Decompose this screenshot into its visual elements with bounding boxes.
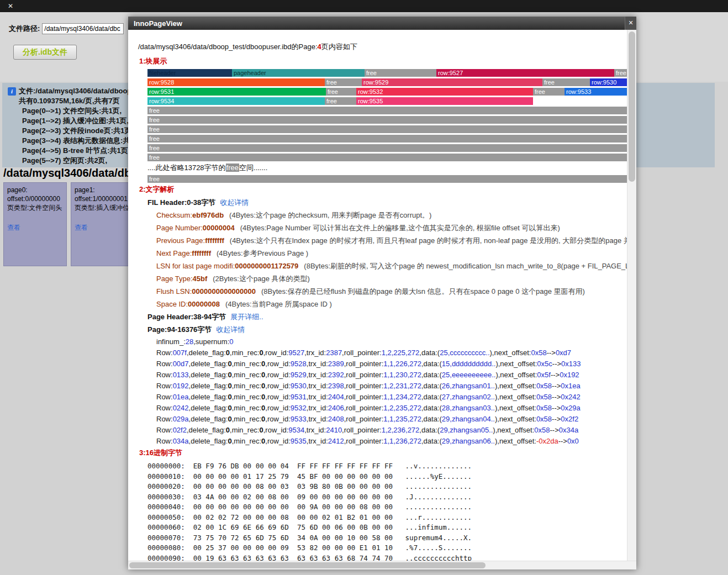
- row-token: -->: [547, 349, 556, 357]
- row-token: 28,zhangsan03..: [442, 404, 495, 412]
- page-card-type: 页类型:文件空间头: [7, 203, 63, 212]
- page-card-list: page0:offset:0/00000000页类型:文件空间头查看page1:…: [3, 182, 134, 266]
- record-row: Row:02f2,delete_flag:0,min_rec:0,row_id:…: [156, 426, 627, 434]
- row-token: ),next_offset:: [495, 393, 536, 401]
- block-row-9532: row:9532: [356, 88, 533, 96]
- record-row: Row:00d7,delete_flag:0,min_rec:0,row_id:…: [156, 360, 627, 368]
- row-token: ),next_offset:: [495, 382, 536, 390]
- row-token: 0x29a: [561, 404, 580, 412]
- row-token: 27,zhangsan02..: [442, 393, 495, 401]
- fil-field: Next Page:ffffffff(4Bytes:参考Previous Pag…: [156, 249, 627, 259]
- omission-post: 空间.......: [239, 163, 267, 172]
- info-line: Page(4-->5) B-tree 叶节点:共1页,: [19, 146, 142, 156]
- block-free: free: [325, 78, 362, 86]
- page-card-type: 页类型:插入缓冲位: [75, 203, 130, 212]
- fil-collapse-link[interactable]: 收起详情: [220, 198, 249, 207]
- row-token: -->: [552, 393, 561, 401]
- row-token: ,row_id:: [265, 437, 291, 445]
- view-link[interactable]: 查看: [75, 223, 88, 233]
- row-token: 0x34a: [559, 426, 578, 434]
- innopageview-modal: InnoPageView × /data/mysql3406/data/dboo…: [128, 17, 636, 569]
- block-free: free: [533, 88, 565, 96]
- row-token: ,row_id:: [263, 349, 289, 357]
- vertical-scrollbar-thumb[interactable]: [629, 31, 635, 182]
- row-token: ,roll_pointer:: [342, 426, 382, 434]
- field-label: LSN for last page modifi:: [156, 262, 235, 270]
- field-value: ffffffff: [192, 249, 211, 257]
- free-space-omission-note: ....此处省略13728字节的free空间.......: [147, 163, 627, 173]
- row-token: ,data:(: [421, 393, 442, 401]
- block-free: free: [326, 88, 356, 96]
- row-token: 1,1,234,272: [383, 393, 421, 401]
- file-path-input[interactable]: [42, 23, 124, 34]
- field-description: (2Bytes:这个page 具体的类型): [213, 275, 310, 283]
- row-token: ,data:(: [421, 415, 442, 423]
- row-token: ,delete_flag:: [189, 404, 228, 412]
- horizontal-scrollbar[interactable]: [128, 561, 636, 569]
- row-token: ,delete_flag:: [189, 382, 228, 390]
- modal-close-button[interactable]: ×: [625, 17, 636, 30]
- field-description: (4Bytes:Page Number 可以计算出在文件上的偏移量,这个值其实是…: [240, 224, 560, 232]
- hex-line: 00000090: 00 19 63 63 63 63 63 63 63 63 …: [147, 553, 627, 561]
- supremum-label: ,supernum:: [193, 337, 229, 346]
- page-header-expand-link[interactable]: 展开详细..: [230, 313, 263, 321]
- row-token: 1,1,235,272: [383, 415, 421, 423]
- analyze-idb-button[interactable]: 分析.idb文件: [13, 45, 77, 60]
- hex-line: 00000020: 00 00 00 00 00 08 00 03 03 9B …: [147, 482, 627, 492]
- row-token: Row:: [156, 426, 173, 434]
- row-token: 0x2f2: [561, 415, 578, 423]
- row-token: 15,dddddddddd..: [442, 360, 496, 368]
- field-label: Page Type:: [156, 275, 193, 283]
- fil-field: Page Type:45bf(2Bytes:这个page 具体的类型): [156, 274, 627, 284]
- row-token: ,data:(: [419, 426, 440, 434]
- row-token: 0242: [173, 404, 189, 412]
- info-line: Page(0-->1) 文件空间头:共1页,: [19, 106, 142, 116]
- row-token: ,roll_pointer:: [344, 404, 384, 412]
- row-token: -->: [552, 382, 561, 390]
- row-token: ,trx_id:: [304, 349, 326, 357]
- row-token: 034a: [173, 437, 189, 445]
- row-token: ,min_rec:: [232, 404, 261, 412]
- row-token: ,row_id:: [263, 426, 289, 434]
- row-token: 1,2,231,272: [383, 382, 421, 390]
- page-body-collapse-link[interactable]: 收起详情: [216, 325, 245, 334]
- modal-titlebar[interactable]: InnoPageView ×: [128, 17, 636, 30]
- file-info-lines: 文件:/data/mysql3406/data/dboop_te共有0.1093…: [19, 86, 142, 166]
- view-link[interactable]: 查看: [7, 223, 20, 233]
- row-token: -->: [552, 404, 561, 412]
- row-token: ,trx_id:: [307, 382, 328, 390]
- free-block: free: [147, 154, 627, 161]
- row-token: 0xd7: [556, 349, 571, 357]
- horizontal-scrollbar-thumb[interactable]: [129, 562, 486, 568]
- free-block: free: [147, 144, 627, 152]
- field-description: (8Bytes:刷脏的时候, 写入这个page 的 newest_modific…: [304, 262, 627, 270]
- block-free: free: [365, 69, 436, 77]
- vertical-scrollbar[interactable]: [627, 30, 636, 561]
- hex-line: 00000040: 00 00 00 00 00 00 00 00 00 9A …: [147, 502, 627, 513]
- page-card-title: page0:: [7, 186, 63, 194]
- modal-content: /data/mysql3406/data/dboop_test/dboopuse…: [128, 30, 627, 561]
- field-value: 0000000000000000: [192, 287, 256, 296]
- row-token: ,roll_pointer:: [344, 371, 384, 379]
- page-body-group: Page:94-16376字节收起详情: [147, 325, 627, 335]
- row-token: ,delete_flag:: [189, 393, 228, 401]
- record-row: Row:029a,delete_flag:0,min_rec:0,row_id:…: [156, 415, 627, 423]
- row-token: 0x0: [567, 437, 579, 445]
- row-token: 0x192: [560, 371, 579, 379]
- field-description: (8Bytes:保存的是已经flush 到磁盘的page 的最大lsn 信息。只…: [261, 287, 585, 296]
- row-token: 9533: [291, 415, 307, 423]
- row-token: 9529: [291, 371, 307, 379]
- record-row-list: Row:007f,delete_flag:0,min_rec:0,row_id:…: [147, 349, 627, 445]
- row-token: Row:: [156, 360, 173, 368]
- field-label: Previous Page:: [156, 236, 205, 245]
- page-heading-suffix: 页内容如下: [321, 43, 357, 51]
- row-token: 0x5c: [537, 360, 552, 368]
- row-token: 1,1,226,272: [383, 360, 421, 368]
- row-token: 0x1ea: [561, 382, 580, 390]
- close-icon[interactable]: ✕: [8, 2, 13, 10]
- record-row: Row:01ea,delete_flag:0,min_rec:0,row_id:…: [156, 393, 627, 401]
- record-row: Row:0242,delete_flag:0,min_rec:0,row_id:…: [156, 404, 627, 412]
- row-token: 25,eeeeeeeeee..: [442, 371, 496, 379]
- modal-body: /data/mysql3406/data/dboop_test/dboopuse…: [128, 30, 636, 569]
- row-token: ,min_rec:: [232, 415, 261, 423]
